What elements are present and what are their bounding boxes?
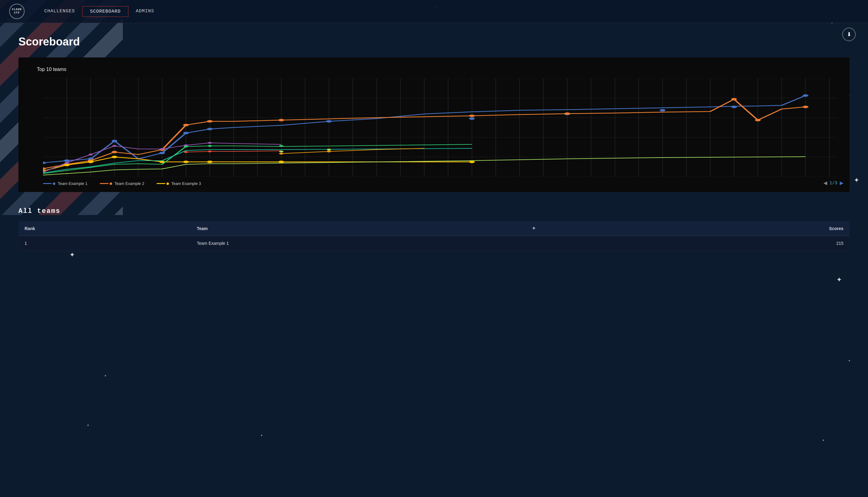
svg-point-90 xyxy=(731,106,737,108)
legend-label-team1: Team Example 1 xyxy=(58,181,87,186)
svg-point-123 xyxy=(279,145,284,147)
svg-point-97 xyxy=(183,124,189,126)
legend-team1: Team Example 1 xyxy=(43,181,87,186)
col-rank: Rank xyxy=(18,221,191,236)
table-body: 1 Team Example 1 215 xyxy=(18,236,850,251)
svg-point-80 xyxy=(64,159,70,162)
svg-point-117 xyxy=(112,145,117,147)
col-scores: Scores xyxy=(649,221,850,236)
all-teams-title: All teams xyxy=(18,207,850,215)
chart-container: Top 10 teams xyxy=(18,57,850,192)
legend-label-team3: Team Example 3 xyxy=(171,181,201,186)
svg-point-116 xyxy=(88,154,93,155)
nav-item-challenges[interactable]: CHALLENGES xyxy=(37,6,82,17)
nav-link-admins[interactable]: ADMINS xyxy=(128,6,161,16)
svg-point-118 xyxy=(160,148,164,150)
chart-svg: 250 200 150 100 50 0 21 22 23 24 25 26 2… xyxy=(43,78,837,176)
svg-point-127 xyxy=(327,149,331,151)
svg-point-126 xyxy=(279,151,284,152)
svg-point-121 xyxy=(184,146,188,147)
svg-point-129 xyxy=(327,151,331,152)
chart-legend: Team Example 1 Team Example 2 Team Examp… xyxy=(43,181,843,186)
cell-team: Team Example 1 xyxy=(191,236,526,251)
main-content: Scoreboard Top 10 teams xyxy=(0,23,868,263)
svg-point-124 xyxy=(184,151,188,153)
table-header-row: Rank Team ✦ Scores xyxy=(18,221,850,236)
svg-point-111 xyxy=(207,161,213,163)
star-decoration: ✦ xyxy=(104,373,106,378)
svg-point-101 xyxy=(564,112,570,115)
nav-links: CHALLENGES SCOREBOARD ADMINS xyxy=(37,6,161,17)
svg-point-104 xyxy=(802,106,808,108)
teams-table: Rank Team ✦ Scores 1 Team Example 1 215 xyxy=(18,221,850,251)
svg-point-84 xyxy=(183,132,189,134)
svg-point-125 xyxy=(208,151,212,152)
page-title: Scoreboard xyxy=(18,35,850,48)
all-teams-section: All teams Rank Team ✦ Scores 1 Team Exam… xyxy=(18,207,850,251)
svg-point-120 xyxy=(208,142,212,144)
svg-point-113 xyxy=(469,161,475,163)
legend-team2: Team Example 2 xyxy=(100,181,144,186)
svg-point-85 xyxy=(207,128,213,130)
chart-title: Top 10 teams xyxy=(37,67,843,72)
star-decoration: ✦ xyxy=(87,422,89,428)
svg-point-122 xyxy=(208,145,212,147)
svg-point-87 xyxy=(469,117,475,120)
cell-score: 215 xyxy=(649,236,850,251)
svg-point-110 xyxy=(183,161,189,163)
nav-item-admins[interactable]: ADMINS xyxy=(128,6,161,17)
table-head: Rank Team ✦ Scores xyxy=(18,221,850,236)
logo[interactable]: CLOUD CTF xyxy=(9,4,25,19)
svg-point-102 xyxy=(731,98,737,100)
svg-point-108 xyxy=(112,156,117,158)
star-header-icon: ✦ xyxy=(532,226,536,231)
legend-label-team2: Team Example 2 xyxy=(115,181,144,186)
navigation: CLOUD CTF CHALLENGES SCOREBOARD ADMINS xyxy=(0,0,868,23)
chart-area: 250 200 150 100 50 0 21 22 23 24 25 26 2… xyxy=(43,78,837,176)
svg-point-89 xyxy=(660,109,666,112)
cell-empty xyxy=(526,236,649,251)
cell-rank: 1 xyxy=(18,236,191,251)
star-decoration: ✦ xyxy=(848,358,851,363)
download-button[interactable]: ⬇ xyxy=(842,28,856,41)
svg-point-103 xyxy=(755,119,761,121)
nav-item-scoreboard[interactable]: SCOREBOARD xyxy=(82,6,128,17)
chart-pagination: ◀ 1/3 ▶ xyxy=(824,180,843,186)
nav-link-scoreboard[interactable]: SCOREBOARD xyxy=(82,6,128,17)
svg-point-82 xyxy=(112,140,117,142)
pagination-info: 1/3 xyxy=(830,181,837,186)
legend-team3: Team Example 3 xyxy=(157,181,201,186)
logo-circle: CLOUD CTF xyxy=(9,4,25,19)
svg-point-112 xyxy=(278,161,284,163)
svg-point-99 xyxy=(278,119,284,121)
svg-point-79 xyxy=(43,161,46,164)
star-decoration: ✦ xyxy=(822,437,824,443)
svg-point-95 xyxy=(112,151,117,153)
col-star-icon: ✦ xyxy=(526,221,649,236)
logo-text: CLOUD CTF xyxy=(10,8,24,15)
pagination-next[interactable]: ▶ xyxy=(840,180,843,186)
svg-point-98 xyxy=(207,120,213,123)
pagination-prev[interactable]: ◀ xyxy=(824,180,827,186)
star-decoration: ✦ xyxy=(260,432,263,438)
col-team: Team xyxy=(191,221,526,236)
svg-point-91 xyxy=(802,94,808,97)
svg-point-86 xyxy=(326,120,332,123)
nav-link-challenges[interactable]: CHALLENGES xyxy=(37,6,82,16)
table-row: 1 Team Example 1 215 xyxy=(18,236,850,251)
svg-point-100 xyxy=(469,115,475,117)
svg-point-83 xyxy=(159,152,165,154)
star-decoration: ✦ xyxy=(836,273,842,285)
svg-point-106 xyxy=(64,164,70,166)
svg-point-115 xyxy=(65,162,69,164)
svg-point-107 xyxy=(88,161,94,163)
svg-point-128 xyxy=(279,153,284,155)
